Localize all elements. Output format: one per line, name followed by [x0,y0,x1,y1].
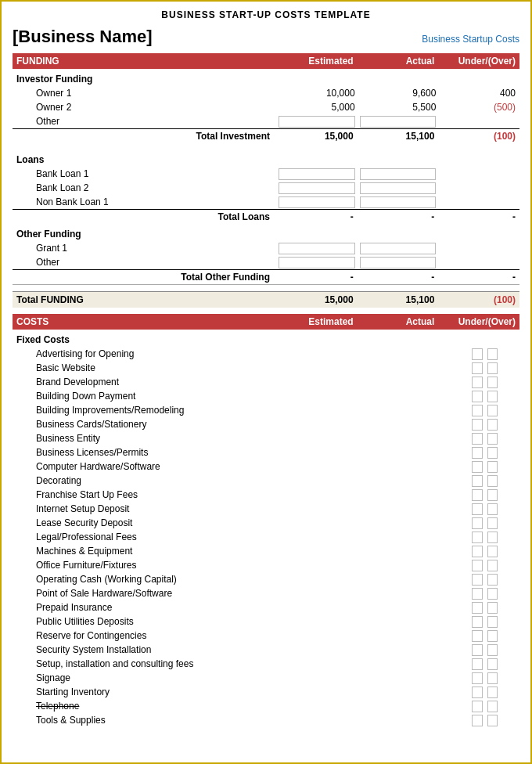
cost-item-estimated[interactable] [469,488,485,502]
cost-item-estimated[interactable] [469,474,485,488]
cost-item-actual[interactable] [485,488,501,502]
cost-item-row: Franchise Start Up Fees [13,488,519,502]
cost-item-actual[interactable] [485,459,501,474]
total-investment-estimated: 15,000 [276,129,358,144]
cost-item-actual[interactable] [485,389,501,403]
owner2-actual[interactable]: 5,500 [358,100,439,114]
cost-item-actual[interactable] [485,685,501,699]
cost-item-estimated[interactable] [469,403,485,417]
cost-item-estimated[interactable] [469,516,485,530]
total-funding-under: (100) [438,292,519,308]
cost-item-actual[interactable] [485,657,501,671]
cost-item-actual[interactable] [485,558,501,572]
investor-other-label: Other [13,114,276,129]
non-bank-loan1-actual[interactable] [358,195,439,210]
cost-item-estimated[interactable] [469,614,485,629]
cost-item-estimated[interactable] [469,586,485,600]
costs-section-header: COSTS Estimated Actual Under/(Over) [13,314,519,330]
cost-item-under [500,558,519,572]
cost-item-row: Computer Hardware/Software [13,459,519,474]
cost-item-actual[interactable] [485,417,501,431]
cost-item-row: Business Cards/Stationery [13,417,519,431]
other-funding-other-estimated[interactable] [276,255,358,270]
cost-item-estimated[interactable] [469,502,485,516]
cost-item-label: Prepaid Insurance [13,600,469,614]
cost-item-estimated[interactable] [469,643,485,657]
owner2-under: (500) [438,100,519,114]
cost-item-estimated[interactable] [469,347,485,361]
cost-item-row: Basic Website [13,361,519,375]
bank-loan2-actual[interactable] [358,181,439,195]
cost-item-actual[interactable] [485,445,501,459]
total-other-under: - [438,270,519,285]
cost-item-label: Signage [13,671,469,685]
cost-item-estimated[interactable] [469,558,485,572]
startup-link[interactable]: Business Startup Costs [422,34,519,45]
cost-item-estimated[interactable] [469,417,485,431]
cost-item-actual[interactable] [485,502,501,516]
owner1-actual[interactable]: 9,600 [358,86,439,100]
cost-item-row: Machines & Equipment [13,544,519,558]
non-bank-loan1-estimated[interactable] [276,195,358,210]
cost-item-estimated[interactable] [469,657,485,671]
cost-item-estimated[interactable] [469,445,485,459]
cost-item-estimated[interactable] [469,600,485,614]
owner1-under: 400 [438,86,519,100]
cost-item-estimated[interactable] [469,459,485,474]
grant1-actual[interactable] [358,241,439,255]
cost-item-label: Advertising for Opening [13,347,469,361]
cost-item-row: Advertising for Opening [13,347,519,361]
cost-item-actual[interactable] [485,474,501,488]
cost-item-row: Building Down Payment [13,389,519,403]
cost-item-actual[interactable] [485,572,501,586]
cost-item-actual[interactable] [485,629,501,643]
cost-item-under [500,685,519,699]
cost-item-estimated[interactable] [469,375,485,389]
cost-item-estimated[interactable] [469,361,485,375]
other-funding-other-actual[interactable] [358,255,439,270]
cost-item-row: Operating Cash (Working Capital) [13,572,519,586]
cost-item-actual[interactable] [485,516,501,530]
cost-item-actual[interactable] [485,643,501,657]
cost-item-row: Business Licenses/Permits [13,445,519,459]
investor-other-actual[interactable] [358,114,439,129]
cost-item-actual[interactable] [485,403,501,417]
cost-item-estimated[interactable] [469,699,485,713]
cost-item-actual[interactable] [485,530,501,544]
total-funding-estimated: 15,000 [276,292,358,308]
cost-item-label: Basic Website [13,361,469,375]
cost-item-estimated[interactable] [469,713,485,727]
cost-item-estimated[interactable] [469,671,485,685]
total-investment-label: Total Investment [13,129,276,144]
investor-other-estimated[interactable] [276,114,358,129]
cost-item-estimated[interactable] [469,544,485,558]
cost-item-actual[interactable] [485,375,501,389]
grant1-estimated[interactable] [276,241,358,255]
cost-item-actual[interactable] [485,586,501,600]
cost-item-under [500,516,519,530]
owner2-row: Owner 2 5,000 5,500 (500) [13,100,519,114]
cost-item-estimated[interactable] [469,629,485,643]
cost-item-actual[interactable] [485,713,501,727]
cost-item-actual[interactable] [485,347,501,361]
cost-item-estimated[interactable] [469,431,485,445]
cost-item-under [500,502,519,516]
owner2-estimated[interactable]: 5,000 [276,100,358,114]
cost-item-actual[interactable] [485,361,501,375]
cost-item-estimated[interactable] [469,530,485,544]
cost-item-estimated[interactable] [469,389,485,403]
cost-item-actual[interactable] [485,614,501,629]
cost-item-actual[interactable] [485,671,501,685]
cost-item-estimated[interactable] [469,685,485,699]
bank-loan2-estimated[interactable] [276,181,358,195]
cost-item-actual[interactable] [485,544,501,558]
cost-item-actual[interactable] [485,431,501,445]
cost-item-estimated[interactable] [469,572,485,586]
cost-item-actual[interactable] [485,600,501,614]
owner1-estimated[interactable]: 10,000 [276,86,358,100]
page-title: BUSINESS START-UP COSTS TEMPLATE [13,9,519,20]
cost-item-actual[interactable] [485,699,501,713]
bank-loan1-actual[interactable] [358,167,439,181]
total-investment-actual: 15,100 [358,129,439,144]
bank-loan1-estimated[interactable] [276,167,358,181]
